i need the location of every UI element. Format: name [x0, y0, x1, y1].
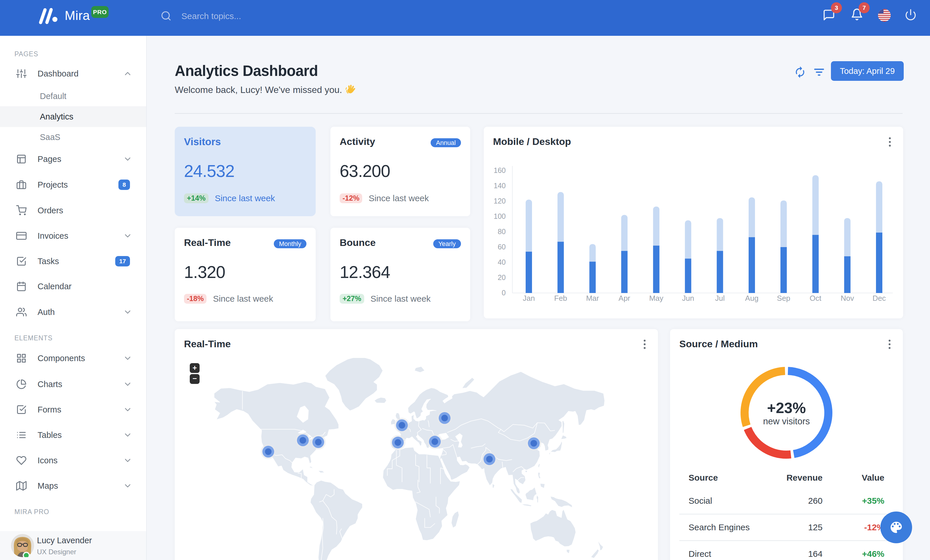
svg-text:40: 40 [497, 258, 506, 266]
svg-text:20: 20 [497, 273, 506, 281]
svg-text:Dec: Dec [873, 294, 886, 302]
svg-text:May: May [649, 294, 664, 302]
svg-text:Sep: Sep [777, 294, 790, 302]
svg-text:0: 0 [502, 288, 506, 297]
svg-text:60: 60 [497, 243, 506, 251]
svg-text:Mar: Mar [586, 294, 599, 302]
svg-text:120: 120 [494, 197, 506, 205]
svg-text:Apr: Apr [619, 294, 630, 302]
svg-text:Feb: Feb [554, 294, 567, 302]
svg-text:140: 140 [494, 181, 506, 190]
svg-text:Nov: Nov [841, 294, 854, 302]
svg-text:100: 100 [494, 212, 506, 220]
svg-text:Aug: Aug [745, 294, 758, 302]
svg-text:Jun: Jun [682, 294, 694, 302]
svg-text:160: 160 [494, 166, 506, 174]
svg-text:Jul: Jul [715, 294, 725, 302]
svg-text:80: 80 [497, 227, 506, 236]
svg-text:Oct: Oct [810, 294, 821, 302]
svg-text:Jan: Jan [523, 294, 535, 302]
